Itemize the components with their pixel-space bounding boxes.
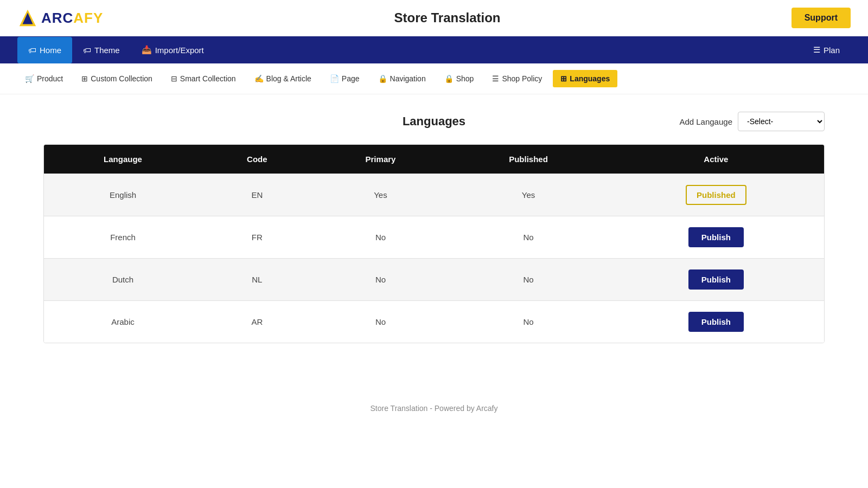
col-header-active: Active [608,145,824,174]
sub-nav-shop[interactable]: 🔒 Shop [437,70,482,87]
languages-header: Languages Add Langauge -Select- [43,112,825,131]
logo-icon [17,8,38,28]
sub-nav-custom-collection[interactable]: ⊞ Custom Collection [74,70,160,87]
sub-nav-smart-collection-label: Smart Collection [180,74,236,83]
logo-text: ARCAFY [41,10,103,27]
nav-item-home-label: Home [40,46,61,55]
cell-code: FR [202,216,312,259]
table-row: ArabicARNoNoPublish [44,301,824,343]
nav-item-theme-label: Theme [94,46,120,55]
table-row: FrenchFRNoNoPublish [44,216,824,259]
table-header-row: Langauge Code Primary Published Active [44,145,824,174]
import-icon: 📥 [142,45,152,55]
table-row: EnglishENYesYesPublished [44,174,824,216]
cell-code: NL [202,259,312,301]
col-header-primary: Primary [312,145,449,174]
col-header-published: Published [449,145,608,174]
add-language-label: Add Langauge [679,117,732,126]
cell-published: No [449,259,608,301]
cell-published: No [449,301,608,343]
publish-button[interactable]: Publish [688,269,744,290]
table-icon-cc: ⊞ [81,74,88,83]
main-content: Languages Add Langauge -Select- Langauge… [0,94,868,361]
footer: Store Translation - Powered by Arcafy [0,382,868,434]
col-header-code: Code [202,145,312,174]
nav-left: 🏷 Home 🏷 Theme 📥 Import/Export [17,36,215,63]
cell-language: French [44,216,202,259]
publish-button[interactable]: Publish [688,312,744,332]
grid-icon: ⊞ [560,74,567,83]
cart-icon: 🛒 [25,74,34,83]
nav-plan-label: Plan [824,46,840,55]
publish-button[interactable]: Publish [688,227,744,247]
nav-item-home[interactable]: 🏷 Home [17,37,72,63]
nav-plan[interactable]: ☰ Plan [802,36,851,63]
published-badge: Published [686,185,746,205]
cell-code: AR [202,301,312,343]
cell-active: Publish [608,216,824,259]
sub-nav-blog-article-label: Blog & Article [266,74,311,83]
blog-icon: ✍ [254,74,264,83]
cell-published: No [449,216,608,259]
cell-language: English [44,174,202,216]
languages-table-container: Langauge Code Primary Published Active E… [43,144,825,343]
nav-item-theme[interactable]: 🏷 Theme [72,37,131,63]
sub-nav-smart-collection[interactable]: ⊟ Smart Collection [163,70,244,87]
languages-table: Langauge Code Primary Published Active E… [44,145,824,343]
top-header: ARCAFY Store Translation Support [0,0,868,36]
list-icon-plan: ☰ [813,45,820,55]
cell-published: Yes [449,174,608,216]
sub-nav-product[interactable]: 🛒 Product [17,70,71,87]
sub-nav-languages[interactable]: ⊞ Languages [553,70,617,87]
sub-nav-page[interactable]: 📄 Page [322,70,367,87]
sub-nav-custom-collection-label: Custom Collection [91,74,152,83]
cell-primary: No [312,301,449,343]
cell-primary: No [312,216,449,259]
cell-code: EN [202,174,312,216]
sub-nav-navigation-label: Navigation [390,74,426,83]
nav-item-import-export-label: Import/Export [155,46,204,55]
sub-nav-product-label: Product [37,74,63,83]
nav-bar: 🏷 Home 🏷 Theme 📥 Import/Export ☰ Plan [0,36,868,63]
cell-primary: Yes [312,174,449,216]
add-language-select[interactable]: -Select- [738,112,825,131]
table-row: DutchNLNoNoPublish [44,259,824,301]
cell-language: Arabic [44,301,202,343]
cell-active: Publish [608,301,824,343]
cell-primary: No [312,259,449,301]
table-body: EnglishENYesYesPublishedFrenchFRNoNoPubl… [44,174,824,343]
sub-nav-shop-policy[interactable]: ☰ Shop Policy [484,70,550,87]
list-icon-sp: ☰ [492,74,499,83]
tag-icon-theme: 🏷 [83,46,91,55]
languages-title: Languages [304,114,564,129]
sub-nav-languages-label: Languages [570,74,610,83]
table-icon-sc: ⊟ [171,74,177,83]
page-icon: 📄 [330,74,339,83]
nav-item-import-export[interactable]: 📥 Import/Export [131,36,215,63]
sub-nav-page-label: Page [342,74,360,83]
lock-icon-nav: 🔒 [378,74,387,83]
sub-nav-navigation[interactable]: 🔒 Navigation [371,70,433,87]
sub-nav: 🛒 Product ⊞ Custom Collection ⊟ Smart Co… [0,63,868,94]
cell-language: Dutch [44,259,202,301]
sub-nav-shop-label: Shop [456,74,474,83]
cell-active: Publish [608,259,824,301]
table-head: Langauge Code Primary Published Active [44,145,824,174]
add-language-section: Add Langauge -Select- [564,112,825,131]
tag-icon: 🏷 [28,46,36,55]
sub-nav-blog-article[interactable]: ✍ Blog & Article [247,70,319,87]
support-button[interactable]: Support [792,8,851,28]
sub-nav-shop-policy-label: Shop Policy [502,74,542,83]
lock-icon-shop: 🔒 [444,74,454,83]
cell-active: Published [608,174,824,216]
footer-text: Store Translation - Powered by Arcafy [371,404,498,413]
page-title: Store Translation [394,10,500,25]
col-header-language: Langauge [44,145,202,174]
logo: ARCAFY [17,8,103,28]
